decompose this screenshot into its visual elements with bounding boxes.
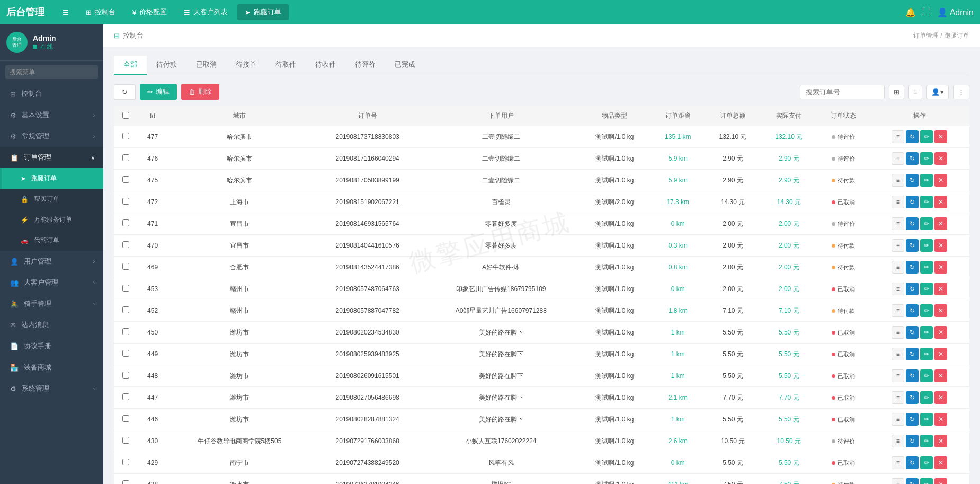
refresh-status-btn[interactable]: ↻: [906, 130, 919, 143]
delete-row-btn[interactable]: ✕: [934, 304, 947, 317]
row-checkbox[interactable]: [122, 198, 129, 205]
refresh-status-btn[interactable]: ↻: [906, 435, 919, 447]
refresh-status-btn[interactable]: ↻: [906, 261, 919, 274]
row-checkbox[interactable]: [122, 328, 129, 335]
row-checkbox[interactable]: [122, 480, 129, 484]
tab-pending-pickup[interactable]: 待取件: [266, 56, 306, 75]
sidebar-item-service-order[interactable]: ⚡ 万能服务订单: [0, 209, 103, 230]
delete-row-btn[interactable]: ✕: [934, 174, 947, 187]
row-checkbox[interactable]: [122, 306, 129, 313]
view-detail-btn[interactable]: ≡: [892, 478, 904, 484]
view-detail-btn[interactable]: ≡: [892, 174, 904, 187]
view-detail-btn[interactable]: ≡: [892, 261, 904, 274]
tab-completed[interactable]: 已完成: [385, 56, 425, 75]
tab-pending-pay[interactable]: 待付款: [147, 56, 186, 75]
sidebar-item-rider[interactable]: 🚴 骑手管理 ›: [0, 293, 103, 314]
tab-pending-review[interactable]: 待评价: [345, 56, 385, 75]
sidebar-item-system[interactable]: ⚙ 系统管理 ›: [0, 378, 103, 399]
delete-row-btn[interactable]: ✕: [934, 369, 947, 382]
sidebar-item-running-order[interactable]: ➤ 跑腿订单: [0, 168, 103, 189]
select-all-checkbox[interactable]: [122, 112, 129, 119]
refresh-status-btn[interactable]: ↻: [906, 478, 919, 484]
delete-row-btn[interactable]: ✕: [934, 348, 947, 360]
delete-row-btn[interactable]: ✕: [934, 413, 947, 426]
delete-button[interactable]: 🗑 删除: [181, 84, 219, 100]
row-checkbox[interactable]: [122, 437, 129, 444]
refresh-status-btn[interactable]: ↻: [906, 348, 919, 360]
edit-row-btn[interactable]: ✏: [920, 130, 933, 143]
view-detail-btn[interactable]: ≡: [892, 304, 904, 317]
refresh-status-btn[interactable]: ↻: [906, 304, 919, 317]
refresh-status-btn[interactable]: ↻: [906, 456, 919, 469]
order-search-input[interactable]: [800, 85, 885, 99]
delete-row-btn[interactable]: ✕: [934, 478, 947, 484]
edit-row-btn[interactable]: ✏: [920, 369, 933, 382]
delete-row-btn[interactable]: ✕: [934, 391, 947, 404]
tab-pending-accept[interactable]: 待接单: [226, 56, 266, 75]
view-detail-btn[interactable]: ≡: [892, 196, 904, 208]
refresh-status-btn[interactable]: ↻: [906, 413, 919, 426]
nav-running-btn[interactable]: ➤ 跑腿订单: [237, 4, 289, 20]
row-checkbox[interactable]: [122, 459, 129, 465]
view-detail-btn[interactable]: ≡: [892, 283, 904, 295]
refresh-button[interactable]: ↻: [114, 84, 136, 100]
sidebar-item-basic[interactable]: ⚙ 基本设置 ›: [0, 104, 103, 126]
fullscreen-icon[interactable]: ⛶: [922, 7, 931, 17]
delete-row-btn[interactable]: ✕: [934, 239, 947, 252]
edit-row-btn[interactable]: ✏: [920, 152, 933, 165]
view-detail-btn[interactable]: ≡: [892, 369, 904, 382]
edit-row-btn[interactable]: ✏: [920, 239, 933, 252]
edit-row-btn[interactable]: ✏: [920, 304, 933, 317]
refresh-status-btn[interactable]: ↻: [906, 283, 919, 295]
row-checkbox[interactable]: [122, 154, 129, 161]
refresh-status-btn[interactable]: ↻: [906, 196, 919, 208]
delete-row-btn[interactable]: ✕: [934, 196, 947, 208]
tab-cancelled[interactable]: 已取消: [186, 56, 226, 75]
list-view-btn[interactable]: ≡: [908, 85, 922, 99]
view-detail-btn[interactable]: ≡: [892, 239, 904, 252]
edit-row-btn[interactable]: ✏: [920, 478, 933, 484]
nav-dashboard-btn[interactable]: ⊞ 控制台: [78, 4, 123, 20]
sidebar-item-protocol[interactable]: 📄 协议手册: [0, 336, 103, 357]
sidebar-item-common[interactable]: ⚙ 常规管理 ›: [0, 126, 103, 147]
edit-row-btn[interactable]: ✏: [920, 283, 933, 295]
delete-row-btn[interactable]: ✕: [934, 435, 947, 447]
row-checkbox[interactable]: [122, 263, 129, 270]
sidebar-item-order[interactable]: 📋 订单管理 ∨: [0, 147, 103, 168]
view-detail-btn[interactable]: ≡: [892, 130, 904, 143]
row-checkbox[interactable]: [122, 415, 129, 422]
delete-row-btn[interactable]: ✕: [934, 217, 947, 230]
row-checkbox[interactable]: [122, 219, 129, 226]
more-options-btn[interactable]: ⋮: [953, 85, 969, 99]
row-checkbox[interactable]: [122, 241, 129, 248]
delete-row-btn[interactable]: ✕: [934, 326, 947, 339]
view-detail-btn[interactable]: ≡: [892, 326, 904, 339]
row-checkbox[interactable]: [122, 393, 129, 400]
sidebar-item-station[interactable]: ✉ 站内消息: [0, 314, 103, 336]
sidebar-item-shop[interactable]: 🏪 装备商城: [0, 357, 103, 378]
row-checkbox[interactable]: [122, 372, 129, 379]
nav-price-btn[interactable]: ¥ 价格配置: [125, 4, 174, 20]
sidebar-item-dashboard[interactable]: ⊞ 控制台: [0, 83, 103, 104]
sidebar-item-buy-order[interactable]: 🔒 帮买订单: [0, 189, 103, 209]
refresh-status-btn[interactable]: ↻: [906, 152, 919, 165]
table-view-btn[interactable]: ⊞: [889, 85, 904, 99]
edit-button[interactable]: ✏ 编辑: [140, 84, 177, 100]
edit-row-btn[interactable]: ✏: [920, 326, 933, 339]
edit-row-btn[interactable]: ✏: [920, 456, 933, 469]
tab-all[interactable]: 全部: [114, 56, 147, 75]
sidebar-item-bigcust[interactable]: 👥 大客户管理 ›: [0, 272, 103, 293]
refresh-status-btn[interactable]: ↻: [906, 326, 919, 339]
refresh-status-btn[interactable]: ↻: [906, 239, 919, 252]
view-detail-btn[interactable]: ≡: [892, 456, 904, 469]
sidebar-item-user[interactable]: 👤 用户管理 ›: [0, 251, 103, 272]
view-detail-btn[interactable]: ≡: [892, 217, 904, 230]
delete-row-btn[interactable]: ✕: [934, 152, 947, 165]
edit-row-btn[interactable]: ✏: [920, 413, 933, 426]
refresh-status-btn[interactable]: ↻: [906, 217, 919, 230]
view-detail-btn[interactable]: ≡: [892, 348, 904, 360]
refresh-status-btn[interactable]: ↻: [906, 174, 919, 187]
edit-row-btn[interactable]: ✏: [920, 174, 933, 187]
user-avatar-nav[interactable]: 👤 Admin: [937, 7, 974, 17]
edit-row-btn[interactable]: ✏: [920, 435, 933, 447]
